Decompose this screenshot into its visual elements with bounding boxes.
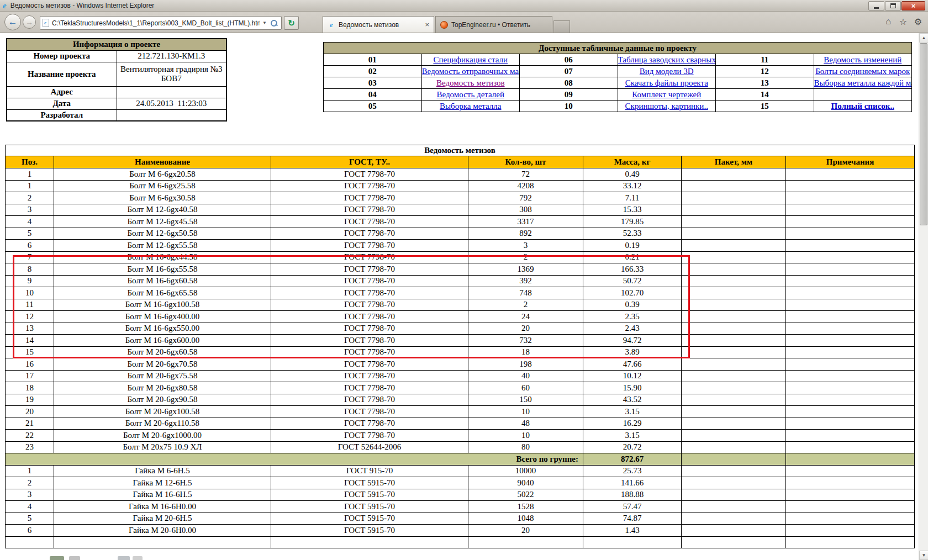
- maximize-button[interactable]: [885, 1, 901, 10]
- new-tab-button[interactable]: [553, 20, 570, 33]
- link-cell[interactable]: Ведомость деталей: [421, 89, 520, 101]
- report-links-table: Доступные табличные данные по проекту 01…: [323, 42, 912, 112]
- cell-note: [786, 204, 915, 216]
- cell-packet: [682, 525, 786, 537]
- cell-packet: [682, 299, 786, 311]
- refresh-button[interactable]: ↻: [284, 16, 299, 30]
- cell-packet: [682, 204, 786, 216]
- window-controls: ×: [868, 1, 925, 10]
- table-row: 14Болт М 16-6gx600.00ГОСТ 7798-7073294.7…: [6, 335, 915, 347]
- cell-packet: [682, 489, 786, 501]
- link-cell[interactable]: Выборка металла каждой марки: [814, 77, 912, 89]
- column-header: Пакет, мм: [682, 156, 786, 168]
- scroll-down-arrow-icon[interactable]: ▼: [919, 551, 928, 560]
- close-button[interactable]: ×: [901, 1, 925, 10]
- link-cell[interactable]: Спецификация стали: [421, 54, 520, 66]
- link-cell[interactable]: Ведомость метизов: [421, 77, 520, 89]
- project-info-body: Номер проекта212.721.130-КМ1.3Название п…: [7, 50, 226, 121]
- cell-mass: 0.19: [583, 240, 682, 252]
- report-link[interactable]: Таблица заводских сварных швов: [618, 55, 716, 64]
- link-number: 06: [520, 54, 618, 66]
- table-row: 6Гайка М 20-6Н0.00ГОСТ 5915-70201.43: [6, 525, 915, 537]
- cell-gost: ГОСТ 7798-70: [271, 370, 468, 382]
- report-link[interactable]: Ведомость метизов: [436, 78, 505, 87]
- empty-cell: [583, 536, 682, 548]
- report-link[interactable]: Ведомость изменений: [824, 55, 901, 64]
- report-link[interactable]: Скачать файлы проекта: [625, 78, 708, 87]
- cell-gost: ГОСТ 7798-70: [271, 192, 468, 204]
- report-link[interactable]: Спецификация стали: [433, 55, 508, 64]
- links-row: 04Ведомость деталей09Комплект чертежей14: [324, 89, 912, 101]
- window-title: Ведомость метизов - Windows Internet Exp…: [10, 2, 155, 9]
- link-cell: [814, 89, 912, 101]
- address-bar[interactable]: C:\TeklaStructuresModels\1_1\Reports\003…: [40, 16, 282, 30]
- forward-button[interactable]: →: [23, 15, 36, 29]
- link-cell[interactable]: Скачать файлы проекта: [618, 77, 716, 89]
- address-url[interactable]: C:\TeklaStructuresModels\1_1\Reports\003…: [52, 19, 260, 27]
- link-cell[interactable]: Полный список..: [814, 101, 912, 112]
- table-row: 12Болт М 16-6gx400.00ГОСТ 7798-70242.35: [6, 311, 915, 323]
- cell-pos: 1: [6, 168, 54, 181]
- link-cell[interactable]: Комплект чертежей: [618, 89, 716, 101]
- cell-pos: 5: [6, 513, 54, 525]
- minimize-button[interactable]: [868, 1, 884, 10]
- cell-note: [786, 394, 915, 406]
- table-row: 1Гайка М 6-6Н.5ГОСТ 915-701000025.73: [6, 465, 915, 477]
- cell-name: Болт М 16-6gx550.00: [54, 323, 271, 335]
- cell-name: Болт М 20-6gx60.58: [54, 346, 271, 358]
- report-link[interactable]: Вид модели 3D: [640, 67, 694, 76]
- report-link[interactable]: Ведомость деталей: [437, 90, 504, 99]
- cell-qty: 1528: [468, 501, 583, 513]
- address-dropdown-icon[interactable]: ▼: [260, 20, 269, 25]
- tools-gear-icon[interactable]: ⚙: [913, 17, 924, 27]
- home-icon[interactable]: ⌂: [883, 17, 894, 27]
- report-link[interactable]: Ведомость отправочных марок: [422, 67, 520, 76]
- table-row: 3Болт М 12-6gx40.58ГОСТ 7798-7030815.33: [6, 204, 915, 216]
- report-link[interactable]: Выборка металла: [440, 102, 502, 110]
- column-header: Примечания: [786, 156, 915, 168]
- link-cell[interactable]: Таблица заводских сварных швов: [618, 54, 716, 66]
- report-link[interactable]: Выборка металла каждой марки: [814, 78, 912, 87]
- browser-tab[interactable]: TopEngineer.ru • Ответить: [435, 16, 552, 33]
- group-total-label: Всего по группе:: [6, 453, 583, 466]
- table-row: 21Болт М 20-6gx110.58ГОСТ 7798-704816.29: [6, 418, 915, 430]
- cell-gost: ГОСТ 915-70: [271, 465, 468, 477]
- cell-packet: [682, 287, 786, 299]
- cell-mass: 25.73: [583, 465, 682, 477]
- bolt-header-row: Поз.НаименованиеГОСТ, ТУ..Кол-во, штМасс…: [6, 156, 915, 168]
- back-button[interactable]: ←: [4, 14, 21, 30]
- link-cell[interactable]: Вид модели 3D: [618, 66, 716, 77]
- cell-name: Болт М 6-6gx20.58: [54, 168, 271, 181]
- report-link[interactable]: Комплект чертежей: [632, 90, 701, 99]
- scrollbar-thumb[interactable]: [920, 43, 927, 225]
- report-link[interactable]: Болты соединяемых марок: [815, 67, 910, 76]
- search-icon[interactable]: [269, 18, 279, 28]
- link-cell[interactable]: Ведомость отправочных марок: [421, 66, 520, 77]
- table-row: 4Гайка М 16-6Н0.00ГОСТ 5915-70152857.47: [6, 501, 915, 513]
- cell-mass: 188.88: [583, 489, 682, 501]
- cell-note: [786, 299, 915, 311]
- link-number: 15: [716, 101, 814, 112]
- table-row: 2Гайка М 12-6Н.5ГОСТ 5915-709040141.66: [6, 477, 915, 489]
- vertical-scrollbar[interactable]: ▲ ▼: [919, 33, 928, 560]
- report-link[interactable]: Скриншоты, картинки..: [625, 102, 708, 110]
- cell-pos: 10: [6, 287, 54, 299]
- favorites-star-icon[interactable]: ☆: [898, 17, 909, 27]
- cell-note: [786, 335, 915, 347]
- tab-close-icon[interactable]: ×: [425, 20, 429, 29]
- table-row: Всего по группе:872.67: [6, 453, 915, 466]
- cell-note: [786, 370, 915, 382]
- link-cell[interactable]: Скриншоты, картинки..: [618, 101, 716, 112]
- cell-pos: 9: [6, 275, 54, 287]
- cell-qty: 392: [468, 275, 583, 287]
- scroll-up-arrow-icon[interactable]: ▲: [919, 33, 928, 43]
- report-link[interactable]: Полный список..: [831, 102, 894, 110]
- link-cell[interactable]: Болты соединяемых марок: [814, 66, 912, 77]
- link-cell[interactable]: Ведомость изменений: [814, 54, 912, 66]
- cell-note: [786, 251, 915, 263]
- cell-packet: [682, 323, 786, 335]
- link-cell[interactable]: Выборка металла: [421, 101, 520, 112]
- cell-packet: [682, 263, 786, 276]
- cell-pos: 8: [6, 263, 54, 276]
- browser-tab[interactable]: eВедомость метизов×: [323, 16, 434, 33]
